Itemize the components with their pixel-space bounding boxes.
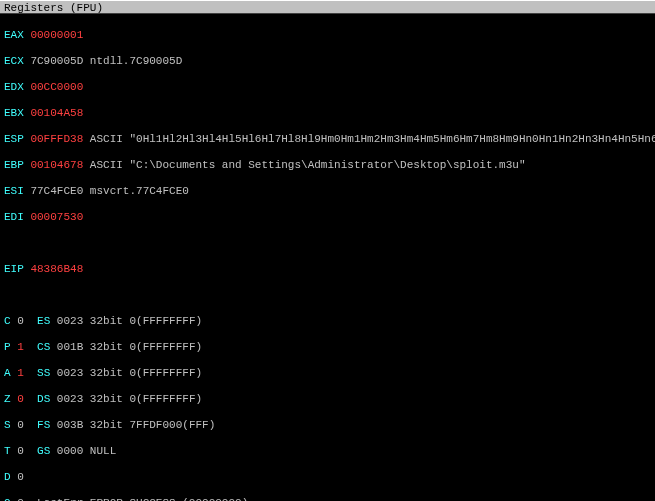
reg-label: EIP <box>4 263 24 275</box>
reg-suffix: ntdll.7C90005D <box>83 55 182 67</box>
seg-value: 0023 <box>57 367 83 379</box>
seg-tail: 32bit 0(FFFFFFFF) <box>90 367 202 379</box>
reg-suffix: ASCII "C:\Documents and Settings\Adminis… <box>83 159 525 171</box>
flag-label: C <box>4 315 11 327</box>
seg-value: 001B <box>57 341 83 353</box>
flag-c: C 0 ES 0023 32bit 0(FFFFFFFF) <box>4 315 651 328</box>
seg-label: ES <box>37 315 50 327</box>
reg-label: EDI <box>4 211 24 223</box>
reg-value: 00104A58 <box>30 107 83 119</box>
spacer <box>4 237 651 250</box>
flag-value: 0 <box>17 471 24 483</box>
seg-label: DS <box>37 393 50 405</box>
flag-d: D 0 <box>4 471 651 484</box>
reg-value: 77C4FCE0 <box>30 185 83 197</box>
lasterr: LastErr ERROR_SUCCESS (00000000) <box>37 497 248 501</box>
seg-value: 0023 <box>57 315 83 327</box>
registers-panel-title: Registers (FPU) <box>0 0 655 14</box>
reg-esp: ESP 00FFFD38 ASCII "0Hl1Hl2Hl3Hl4Hl5Hl6H… <box>4 133 651 146</box>
seg-value: 003B <box>57 419 83 431</box>
spacer <box>4 289 651 302</box>
flag-label: P <box>4 341 11 353</box>
reg-eax: EAX 00000001 <box>4 29 651 42</box>
registers-content: EAX 00000001 ECX 7C90005D ntdll.7C90005D… <box>0 14 655 501</box>
reg-label: ECX <box>4 55 24 67</box>
reg-label: EAX <box>4 29 24 41</box>
flag-p: P 1 CS 001B 32bit 0(FFFFFFFF) <box>4 341 651 354</box>
flag-value: 0 <box>17 445 24 457</box>
reg-value: 7C90005D <box>30 55 83 67</box>
seg-tail: 32bit 7FFDF000(FFF) <box>90 419 215 431</box>
reg-value: 00000001 <box>30 29 83 41</box>
seg-value: 0000 <box>57 445 83 457</box>
reg-label: ESP <box>4 133 24 145</box>
flag-label: A <box>4 367 11 379</box>
flag-label: S <box>4 419 11 431</box>
reg-label: EBP <box>4 159 24 171</box>
reg-suffix: ASCII "0Hl1Hl2Hl3Hl4Hl5Hl6Hl7Hl8Hl9Hm0Hm… <box>83 133 655 145</box>
seg-tail: NULL <box>90 445 116 457</box>
flag-value: 0 <box>17 393 24 405</box>
flag-z: Z 0 DS 0023 32bit 0(FFFFFFFF) <box>4 393 651 406</box>
reg-ecx: ECX 7C90005D ntdll.7C90005D <box>4 55 651 68</box>
reg-value: 00FFFD38 <box>30 133 83 145</box>
seg-label: SS <box>37 367 50 379</box>
reg-value: 00007530 <box>30 211 83 223</box>
flag-value: 1 <box>17 341 24 353</box>
flag-value: 1 <box>17 367 24 379</box>
reg-edx: EDX 00CC0000 <box>4 81 651 94</box>
reg-edi: EDI 00007530 <box>4 211 651 224</box>
seg-label: CS <box>37 341 50 353</box>
seg-label: GS <box>37 445 50 457</box>
flag-a: A 1 SS 0023 32bit 0(FFFFFFFF) <box>4 367 651 380</box>
reg-ebx: EBX 00104A58 <box>4 107 651 120</box>
reg-value: 48386B48 <box>30 263 83 275</box>
reg-label: EDX <box>4 81 24 93</box>
seg-tail: 32bit 0(FFFFFFFF) <box>90 341 202 353</box>
seg-label: FS <box>37 419 50 431</box>
seg-tail: 32bit 0(FFFFFFFF) <box>90 393 202 405</box>
seg-value: 0023 <box>57 393 83 405</box>
flag-value: 0 <box>17 315 24 327</box>
flag-label: O <box>4 497 11 501</box>
flag-t: T 0 GS 0000 NULL <box>4 445 651 458</box>
flag-o: O 0 LastErr ERROR_SUCCESS (00000000) <box>4 497 651 501</box>
flag-value: 0 <box>17 497 24 501</box>
seg-tail: 32bit 0(FFFFFFFF) <box>90 315 202 327</box>
reg-ebp: EBP 00104678 ASCII "C:\Documents and Set… <box>4 159 651 172</box>
reg-esi: ESI 77C4FCE0 msvcrt.77C4FCE0 <box>4 185 651 198</box>
flag-label: T <box>4 445 11 457</box>
flag-s: S 0 FS 003B 32bit 7FFDF000(FFF) <box>4 419 651 432</box>
reg-eip: EIP 48386B48 <box>4 263 651 276</box>
reg-value: 00CC0000 <box>30 81 83 93</box>
reg-suffix: msvcrt.77C4FCE0 <box>83 185 189 197</box>
flag-value: 0 <box>17 419 24 431</box>
reg-value: 00104678 <box>30 159 83 171</box>
reg-label: EBX <box>4 107 24 119</box>
flag-label: Z <box>4 393 11 405</box>
flag-label: D <box>4 471 11 483</box>
reg-label: ESI <box>4 185 24 197</box>
